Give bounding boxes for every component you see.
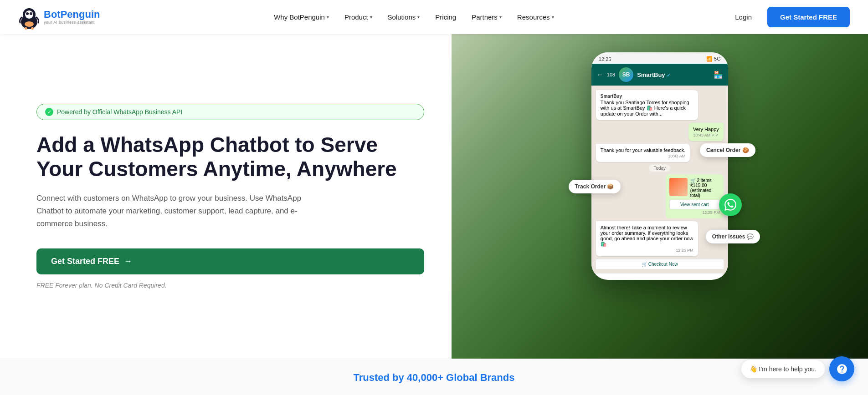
chat-bubble: Very Happy 10:43 AM ✓✓ bbox=[688, 123, 724, 141]
nav-pricing[interactable]: Pricing bbox=[429, 10, 462, 25]
other-issues-label: Other Issues 💬 bbox=[706, 230, 760, 243]
powered-badge: ✓ Powered by Official WhatsApp Business … bbox=[36, 104, 424, 120]
badge-text: Powered by Official WhatsApp Business AP… bbox=[57, 108, 182, 116]
nav-solutions[interactable]: Solutions ▾ bbox=[381, 10, 426, 25]
chat-widget[interactable]: 👋 I'm here to help you. bbox=[741, 356, 854, 381]
whatsapp-icon: ✓ bbox=[45, 108, 53, 116]
arrow-icon: → bbox=[124, 257, 132, 266]
navbar: BotPenguin your AI business assistant Wh… bbox=[0, 0, 868, 34]
trusted-text: Trusted by 40,000+ Global Brands bbox=[18, 372, 850, 384]
msg-count: 108 bbox=[607, 72, 615, 77]
nav-product[interactable]: Product ▾ bbox=[338, 10, 379, 25]
svg-point-2 bbox=[25, 10, 33, 19]
chat-name: SmartBuy ✓ bbox=[637, 71, 710, 78]
hero-description: Connect with customers on WhatsApp to gr… bbox=[36, 192, 328, 230]
chat-fab-button[interactable] bbox=[829, 356, 854, 381]
whatsapp-fab[interactable] bbox=[719, 193, 742, 216]
svg-point-3 bbox=[26, 12, 29, 15]
hero-cta-button[interactable]: Get Started FREE → bbox=[36, 248, 424, 274]
cart-image bbox=[669, 178, 688, 196]
chat-bubble: Almost there! Take a moment to review yo… bbox=[596, 221, 698, 256]
logo-text: BotPenguin bbox=[44, 9, 100, 20]
chat-avatar: SB bbox=[619, 67, 633, 82]
chevron-down-icon: ▾ bbox=[499, 15, 502, 20]
logo-icon bbox=[18, 5, 40, 30]
chat-bubble: Thank you for your valuable feedback. 10… bbox=[596, 144, 690, 162]
phone-signal: 📶 5G bbox=[706, 56, 721, 62]
phone-time: 12:25 bbox=[599, 56, 611, 62]
hero-right: 12:25 📶 5G ← 108 SB SmartBuy ✓ 🏪 bbox=[452, 34, 868, 359]
nav-menu: Why BotPenguin ▾ Product ▾ Solutions ▾ P… bbox=[267, 10, 560, 25]
chat-header: ← 108 SB SmartBuy ✓ 🏪 bbox=[591, 64, 728, 86]
svg-point-5 bbox=[25, 21, 34, 27]
svg-point-4 bbox=[30, 12, 32, 15]
chevron-down-icon: ▾ bbox=[552, 15, 554, 20]
store-icon: 🏪 bbox=[714, 71, 723, 79]
nav-why-botpenguin[interactable]: Why BotPenguin ▾ bbox=[267, 10, 335, 25]
nav-actions: Login Get Started FREE bbox=[728, 7, 850, 27]
cancel-order-label: Cancel Order 🍪 bbox=[700, 143, 755, 157]
verified-icon: ✓ bbox=[667, 73, 670, 78]
phone-status-bar: 12:25 📶 5G bbox=[591, 52, 728, 64]
track-order-label: Track Order 📦 bbox=[569, 180, 621, 193]
back-icon: ← bbox=[597, 71, 603, 78]
nav-partners[interactable]: Partners ▾ bbox=[465, 10, 508, 25]
nav-resources[interactable]: Resources ▾ bbox=[511, 10, 560, 25]
chevron-down-icon: ▾ bbox=[417, 15, 420, 20]
logo-link[interactable]: BotPenguin your AI business assistant bbox=[18, 5, 100, 30]
trusted-section: Trusted by 40,000+ Global Brands bbox=[0, 359, 868, 395]
hero-section: ✓ Powered by Official WhatsApp Business … bbox=[0, 34, 868, 359]
checkout-button[interactable]: 🛒 Checkout Now bbox=[596, 259, 724, 269]
chat-bubble: SmartBuy Thank you Santiago Torres for s… bbox=[596, 90, 698, 120]
logo-tagline: your AI business assistant bbox=[44, 20, 100, 25]
svg-rect-6 bbox=[25, 27, 27, 30]
login-button[interactable]: Login bbox=[728, 10, 759, 25]
today-divider: Today bbox=[649, 165, 670, 172]
chat-bubble-widget: 👋 I'm here to help you. bbox=[741, 360, 825, 378]
chevron-down-icon: ▾ bbox=[327, 15, 329, 20]
nav-cta-button[interactable]: Get Started FREE bbox=[767, 7, 850, 27]
free-note: FREE Forever plan. No Credit Card Requir… bbox=[36, 282, 424, 289]
phone-mockup: 12:25 📶 5G ← 108 SB SmartBuy ✓ 🏪 bbox=[591, 52, 728, 280]
svg-rect-7 bbox=[31, 27, 34, 30]
phone-mockup-container: 12:25 📶 5G ← 108 SB SmartBuy ✓ 🏪 bbox=[582, 52, 737, 280]
hero-left: ✓ Powered by Official WhatsApp Business … bbox=[0, 34, 452, 359]
view-cart-button[interactable]: View sent cart bbox=[669, 200, 720, 209]
cart-bubble: 🛒 2 items ₹115.00 (estimated total) View… bbox=[666, 174, 724, 218]
hero-title: Add a WhatsApp Chatbot to Serve Your Cus… bbox=[36, 133, 424, 181]
trusted-count: 40,000+ bbox=[407, 372, 443, 383]
chevron-down-icon: ▾ bbox=[370, 15, 372, 20]
